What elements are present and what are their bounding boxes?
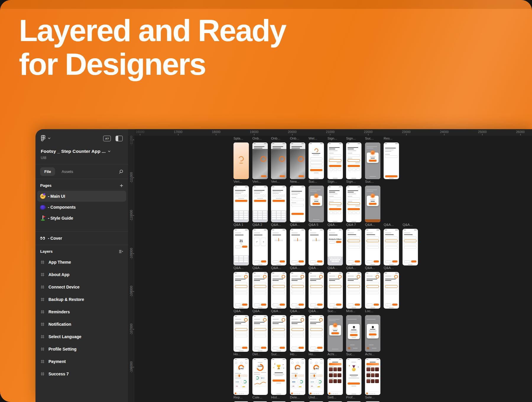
frame-label[interactable]: Suc... xyxy=(365,180,374,183)
frame-label[interactable]: Q&A... xyxy=(327,266,338,270)
frame-label[interactable]: Veri... xyxy=(252,180,261,183)
canvas-frame-home[interactable]: 6,800 xyxy=(290,358,305,395)
frame-label[interactable]: Sign... xyxy=(327,137,337,140)
layer-list-options-icon[interactable] xyxy=(119,250,123,253)
add-page-icon[interactable] xyxy=(120,184,123,187)
frame-label[interactable]: Spla... xyxy=(233,137,243,140)
frame-label[interactable]: Suc... xyxy=(309,180,317,183)
canvas-frame-qa-badge[interactable] xyxy=(346,272,361,309)
canvas-frame-qa-keyboard[interactable]: Kimberly Gilbert xyxy=(327,229,343,265)
frame-label[interactable]: Q&A... xyxy=(271,266,281,270)
frame-label[interactable]: Q&A... xyxy=(271,223,281,226)
layer-row-about-app[interactable]: About App xyxy=(37,268,126,281)
canvas-frame-qa-badge[interactable] xyxy=(290,272,305,309)
layer-row-backup-restore[interactable]: Backup & Restore xyxy=(37,293,126,306)
layer-row-success-7[interactable]: Success 7 xyxy=(37,368,126,380)
canvas-frame-trophy[interactable] xyxy=(271,358,286,395)
canvas-frame-detail[interactable]: 3,842 xyxy=(252,358,268,395)
canvas-frame-qa-badge[interactable] xyxy=(309,272,324,309)
canvas-frame-qa-list[interactable] xyxy=(403,229,418,265)
frame-label[interactable]: Q&A... xyxy=(403,223,413,226)
sidebar-item--components[interactable]: - Components xyxy=(37,202,126,213)
layer-row-notification[interactable]: Notification xyxy=(37,318,126,330)
canvas-frame-qa-badge[interactable] xyxy=(365,272,380,309)
layer-row-reminders[interactable]: Reminders xyxy=(37,306,126,318)
frame-label[interactable]: Q&A... xyxy=(346,266,356,270)
frame-label[interactable]: Q&A... xyxy=(290,266,300,270)
canvas-frame-photo[interactable] xyxy=(252,142,268,179)
layer-row-app-theme[interactable]: App Theme xyxy=(37,256,126,268)
frame-label[interactable]: Q&A... xyxy=(271,309,281,313)
missing-fonts-icon[interactable]: A? xyxy=(103,136,111,141)
frame-label[interactable]: Q&A 1 xyxy=(233,223,243,226)
canvas-frame-welcome[interactable] xyxy=(309,142,324,179)
file-name-chevron-icon[interactable] xyxy=(108,150,111,153)
file-title-row[interactable]: Footsy _ Step Counter App ... xyxy=(35,142,128,154)
layer-row-select-language[interactable]: Select Language xyxy=(37,330,126,343)
frame-label[interactable]: Veri... xyxy=(271,180,280,183)
canvas-frame-home[interactable]: 6,853 xyxy=(309,358,324,395)
canvas-frame-photo[interactable] xyxy=(290,142,305,179)
frame-label[interactable]: Q&A... xyxy=(290,309,300,313)
frame-label[interactable]: Rep... xyxy=(233,395,243,399)
canvas-frame-home[interactable]: 3,842 xyxy=(233,358,249,395)
canvas-frame-qa-list[interactable] xyxy=(384,229,399,265)
layer-row-profile-setting[interactable]: Profile Setting xyxy=(37,343,126,355)
canvas-frame-qa-number[interactable]: 21Yrs xyxy=(233,229,249,265)
toggle-sidebar-icon[interactable] xyxy=(116,136,123,141)
canvas-frame-signin[interactable] xyxy=(346,186,361,222)
canvas-frame-qa-badge[interactable] xyxy=(271,315,286,352)
canvas-frame-modal[interactable] xyxy=(327,315,343,352)
frame-label[interactable]: Q&A... xyxy=(252,266,262,270)
tab-file[interactable]: File xyxy=(40,167,55,176)
canvas-frame-qa-badge[interactable] xyxy=(327,272,343,309)
frame-label[interactable]: Q&A... xyxy=(384,266,394,270)
frame-label[interactable]: Cale... xyxy=(252,395,262,399)
sidebar-item--style-guide[interactable]: - Style Guide xyxy=(37,213,126,223)
frame-label[interactable]: Hist... xyxy=(271,395,280,399)
frame-label[interactable]: Prof... xyxy=(346,395,355,399)
design-canvas[interactable]: 1600017000180001900020000210002200023000… xyxy=(128,129,532,402)
frame-label[interactable]: Moti... xyxy=(346,309,355,313)
frame-label[interactable]: Sign... xyxy=(327,180,337,183)
canvas-frame-keypad[interactable] xyxy=(252,186,268,222)
layer-row-connect-device[interactable]: Connect Device xyxy=(37,281,126,293)
canvas-frame-modal-dark[interactable] xyxy=(346,315,361,352)
frame-label[interactable]: Q&A... xyxy=(233,266,244,270)
file-name[interactable]: Footsy _ Step Counter App ... xyxy=(41,149,106,154)
frame-label[interactable]: Q&A 7 xyxy=(346,223,356,226)
frame-label[interactable]: Res... xyxy=(384,137,392,140)
canvas-frame-reset[interactable] xyxy=(384,142,399,179)
canvas-frame-modal[interactable] xyxy=(365,142,380,179)
frame-label[interactable]: Dele... xyxy=(290,395,300,399)
frame-label[interactable]: Q&A... xyxy=(365,266,375,270)
canvas-frame-qa-slider[interactable] xyxy=(309,229,324,265)
canvas-frame-qa-badge[interactable] xyxy=(233,272,249,309)
frame-label[interactable]: Q&A... xyxy=(309,266,319,270)
canvas-frame-qa-badge[interactable] xyxy=(252,272,268,309)
canvas-frame-signin[interactable] xyxy=(327,186,343,222)
canvas-frame-qa-slider[interactable] xyxy=(290,229,305,265)
frame-label[interactable]: Veri... xyxy=(233,180,242,183)
frame-label[interactable]: Loc... xyxy=(365,309,373,313)
frame-label[interactable]: Suc... xyxy=(327,309,336,313)
canvas-frame-qa-badge[interactable] xyxy=(233,315,249,352)
canvas-frame-qa-badge[interactable] xyxy=(290,315,305,352)
frame-label[interactable]: Onb... xyxy=(271,137,280,140)
canvas-frame-signin[interactable] xyxy=(327,142,343,179)
figma-logo-icon[interactable] xyxy=(41,135,46,142)
canvas-frame-qa-badge[interactable] xyxy=(384,272,399,309)
frame-label[interactable]: Und... xyxy=(309,395,318,399)
sidebar-item--main-ui[interactable]: - Main UI xyxy=(37,191,126,202)
frame-label[interactable]: Ho... xyxy=(309,352,316,356)
canvas-frame-medal[interactable] xyxy=(346,358,361,395)
canvas-frame-qa-gender[interactable]: ♂♀ xyxy=(252,229,268,265)
canvas-frame-qa-badge[interactable] xyxy=(271,272,286,309)
canvas-frame-medals[interactable] xyxy=(327,358,343,395)
frame-label[interactable]: Ho... xyxy=(290,352,297,356)
frame-label[interactable]: Q&A 2 xyxy=(252,223,262,226)
frame-label[interactable]: Q&A... xyxy=(327,223,338,226)
canvas-frame-modal[interactable] xyxy=(309,186,324,222)
frame-label[interactable]: Ho... xyxy=(233,352,241,356)
frame-label[interactable]: Q&A... xyxy=(290,223,300,226)
